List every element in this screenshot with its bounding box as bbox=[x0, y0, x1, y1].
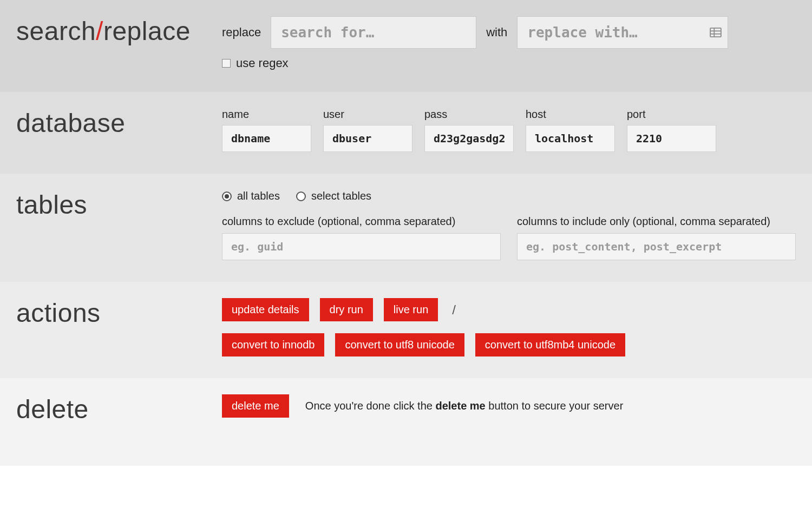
delete-text-after: button to secure your server bbox=[486, 400, 624, 412]
db-port-input[interactable] bbox=[627, 125, 716, 152]
delete-instruction: Once you're done click the delete me but… bbox=[305, 400, 623, 412]
exclude-columns-input[interactable] bbox=[222, 233, 501, 260]
convert-utf8-button[interactable]: convert to utf8 unicode bbox=[335, 333, 464, 356]
section-database: database name user pass host port bbox=[0, 92, 812, 174]
svg-rect-0 bbox=[710, 28, 721, 37]
section-search-replace: search/replace replace with use regex bbox=[0, 0, 812, 92]
radio-all-tables[interactable] bbox=[222, 192, 232, 201]
radio-select-tables[interactable] bbox=[296, 192, 306, 201]
actions-separator: / bbox=[449, 302, 459, 318]
multiline-icon[interactable] bbox=[710, 28, 722, 37]
db-port-label: port bbox=[627, 108, 716, 121]
regex-label: use regex bbox=[236, 56, 289, 70]
replace-input[interactable] bbox=[517, 16, 728, 49]
convert-innodb-button[interactable]: convert to innodb bbox=[222, 333, 324, 356]
include-columns-input[interactable] bbox=[517, 233, 796, 260]
section-delete: delete delete me Once you're done click … bbox=[0, 378, 812, 466]
with-label: with bbox=[486, 25, 507, 39]
replace-label: replace bbox=[222, 25, 261, 39]
live-run-button[interactable]: live run bbox=[384, 298, 438, 321]
db-user-input[interactable] bbox=[323, 125, 412, 152]
db-name-label: name bbox=[222, 108, 311, 121]
dry-run-button[interactable]: dry run bbox=[320, 298, 373, 321]
search-input[interactable] bbox=[271, 16, 476, 49]
delete-text-before: Once you're done click the bbox=[305, 400, 436, 412]
update-details-button[interactable]: update details bbox=[222, 298, 309, 321]
title-slash: / bbox=[96, 17, 103, 45]
radio-all-tables-label: all tables bbox=[237, 190, 280, 202]
exclude-columns-label: columns to exclude (optional, comma sepa… bbox=[222, 215, 501, 228]
db-user-label: user bbox=[323, 108, 412, 121]
db-pass-input[interactable] bbox=[424, 125, 514, 152]
db-pass-label: pass bbox=[424, 108, 514, 121]
tables-heading: tables bbox=[16, 190, 87, 218]
regex-checkbox[interactable] bbox=[222, 59, 231, 68]
delete-heading: delete bbox=[16, 394, 89, 422]
radio-select-tables-label: select tables bbox=[311, 190, 371, 202]
title-part2: replace bbox=[103, 17, 191, 45]
db-host-input[interactable] bbox=[526, 125, 615, 152]
delete-text-bold: delete me bbox=[435, 400, 485, 412]
title-part1: search bbox=[16, 17, 96, 45]
db-host-label: host bbox=[526, 108, 615, 121]
database-heading: database bbox=[16, 108, 126, 136]
convert-utf8mb4-button[interactable]: convert to utf8mb4 unicode bbox=[475, 333, 625, 356]
include-columns-label: columns to include only (optional, comma… bbox=[517, 215, 796, 228]
app-title: search/replace bbox=[16, 16, 191, 44]
section-actions: actions update details dry run live run … bbox=[0, 282, 812, 378]
section-tables: tables all tables select tables columns … bbox=[0, 174, 812, 282]
db-name-input[interactable] bbox=[222, 125, 311, 152]
actions-heading: actions bbox=[16, 298, 101, 326]
delete-me-button[interactable]: delete me bbox=[222, 394, 289, 418]
